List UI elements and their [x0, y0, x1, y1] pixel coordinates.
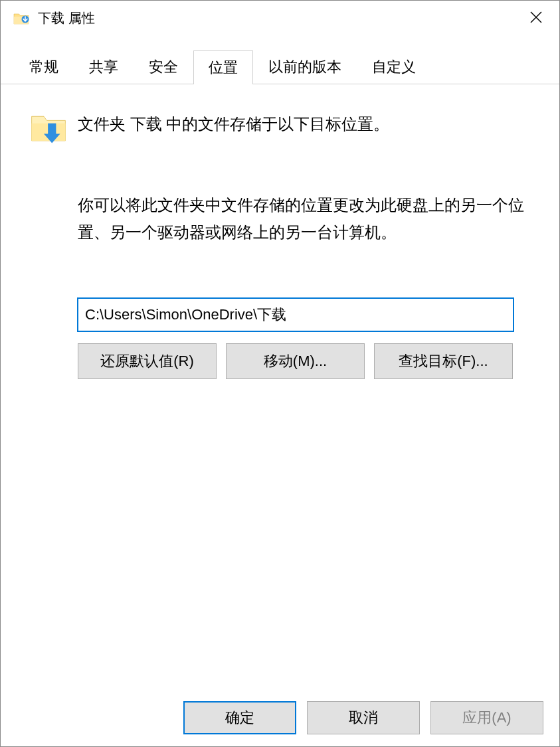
tab-content-location: 文件夹 下载 中的文件存储于以下目标位置。 你可以将此文件夹中文件存储的位置更改… — [1, 84, 559, 689]
tab-strip: 常规 共享 安全 位置 以前的版本 自定义 — [1, 35, 559, 84]
titlebar: 下载 属性 — [1, 1, 559, 35]
close-button[interactable] — [513, 1, 559, 35]
tab-general[interactable]: 常规 — [14, 50, 74, 84]
downloads-folder-icon — [13, 9, 30, 27]
tab-location[interactable]: 位置 — [193, 50, 253, 84]
move-button[interactable]: 移动(M)... — [226, 343, 365, 379]
properties-dialog: 下载 属性 常规 共享 安全 位置 以前的版本 自定义 — [0, 0, 560, 747]
cancel-button[interactable]: 取消 — [307, 701, 420, 734]
dialog-footer: 确定 取消 应用(A) — [1, 689, 559, 746]
tab-previous[interactable]: 以前的版本 — [253, 50, 357, 84]
restore-default-button[interactable]: 还原默认值(R) — [78, 343, 217, 379]
window-title: 下载 属性 — [38, 9, 95, 27]
ok-button[interactable]: 确定 — [183, 701, 296, 734]
downloads-folder-large-icon — [30, 108, 67, 145]
close-icon — [529, 9, 543, 27]
location-path-input[interactable] — [78, 298, 513, 331]
location-description: 你可以将此文件夹中文件存储的位置更改为此硬盘上的另一个位置、另一个驱动器或网络上… — [78, 192, 533, 246]
apply-button[interactable]: 应用(A) — [430, 701, 543, 734]
tab-sharing[interactable]: 共享 — [74, 50, 134, 84]
location-button-row: 还原默认值(R) 移动(M)... 查找目标(F)... — [78, 343, 533, 379]
location-headline: 文件夹 下载 中的文件存储于以下目标位置。 — [78, 108, 389, 136]
tab-custom[interactable]: 自定义 — [357, 50, 431, 84]
find-target-button[interactable]: 查找目标(F)... — [374, 343, 513, 379]
tab-security[interactable]: 安全 — [134, 50, 193, 84]
